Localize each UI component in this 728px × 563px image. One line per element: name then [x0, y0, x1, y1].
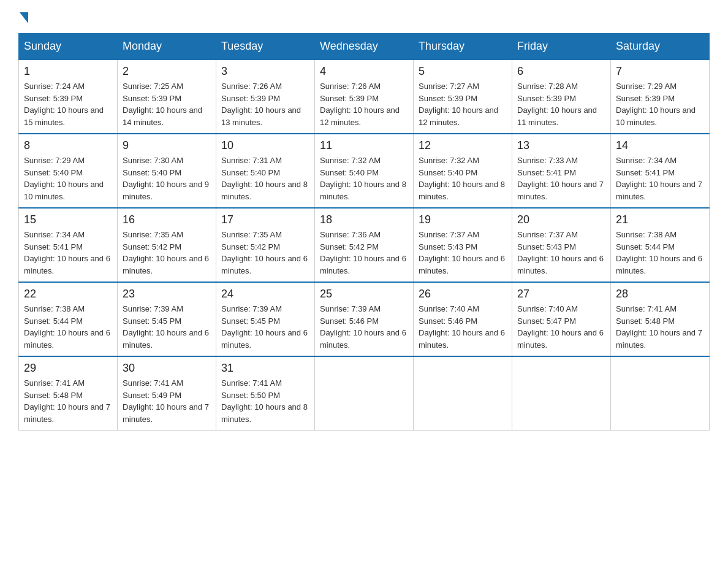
calendar-cell: 4 Sunrise: 7:26 AMSunset: 5:39 PMDayligh…: [315, 59, 414, 134]
calendar-cell: 31 Sunrise: 7:41 AMSunset: 5:50 PMDaylig…: [216, 356, 315, 431]
day-number: 28: [616, 288, 704, 301]
day-info: Sunrise: 7:35 AMSunset: 5:42 PMDaylight:…: [123, 229, 211, 277]
header-sunday: Sunday: [19, 34, 118, 60]
calendar-cell: 29 Sunrise: 7:41 AMSunset: 5:48 PMDaylig…: [19, 356, 118, 431]
calendar-cell: 16 Sunrise: 7:35 AMSunset: 5:42 PMDaylig…: [118, 208, 216, 282]
calendar-cell: 13 Sunrise: 7:33 AMSunset: 5:41 PMDaylig…: [512, 134, 611, 208]
day-number: 13: [517, 139, 605, 152]
calendar-cell: 24 Sunrise: 7:39 AMSunset: 5:45 PMDaylig…: [216, 282, 315, 356]
week-row-2: 8 Sunrise: 7:29 AMSunset: 5:40 PMDayligh…: [19, 134, 710, 208]
week-row-4: 22 Sunrise: 7:38 AMSunset: 5:44 PMDaylig…: [19, 282, 710, 356]
day-number: 2: [123, 65, 211, 78]
calendar-cell: 7 Sunrise: 7:29 AMSunset: 5:39 PMDayligh…: [611, 59, 710, 134]
day-info: Sunrise: 7:40 AMSunset: 5:47 PMDaylight:…: [517, 303, 605, 351]
day-info: Sunrise: 7:29 AMSunset: 5:39 PMDaylight:…: [616, 80, 704, 128]
day-number: 1: [24, 65, 112, 78]
day-info: Sunrise: 7:37 AMSunset: 5:43 PMDaylight:…: [517, 229, 605, 277]
day-info: Sunrise: 7:38 AMSunset: 5:44 PMDaylight:…: [24, 303, 112, 351]
day-number: 18: [320, 213, 408, 226]
calendar-cell: 6 Sunrise: 7:28 AMSunset: 5:39 PMDayligh…: [512, 59, 611, 134]
calendar-cell: 26 Sunrise: 7:40 AMSunset: 5:46 PMDaylig…: [414, 282, 512, 356]
calendar-cell: 17 Sunrise: 7:35 AMSunset: 5:42 PMDaylig…: [216, 208, 315, 282]
day-info: Sunrise: 7:32 AMSunset: 5:40 PMDaylight:…: [320, 155, 408, 202]
day-info: Sunrise: 7:32 AMSunset: 5:40 PMDaylight:…: [419, 155, 507, 202]
day-number: 12: [419, 139, 507, 152]
calendar-cell: 20 Sunrise: 7:37 AMSunset: 5:43 PMDaylig…: [512, 208, 611, 282]
calendar-cell: [512, 356, 611, 431]
day-number: 27: [517, 288, 605, 301]
header-wednesday: Wednesday: [315, 34, 414, 60]
calendar-cell: 28 Sunrise: 7:41 AMSunset: 5:48 PMDaylig…: [611, 282, 710, 356]
day-info: Sunrise: 7:26 AMSunset: 5:39 PMDaylight:…: [320, 80, 408, 128]
calendar-cell: 23 Sunrise: 7:39 AMSunset: 5:45 PMDaylig…: [118, 282, 216, 356]
calendar-cell: 12 Sunrise: 7:32 AMSunset: 5:40 PMDaylig…: [414, 134, 512, 208]
calendar-table: SundayMondayTuesdayWednesdayThursdayFrid…: [18, 33, 710, 431]
day-info: Sunrise: 7:31 AMSunset: 5:40 PMDaylight:…: [221, 155, 309, 202]
calendar-cell: 22 Sunrise: 7:38 AMSunset: 5:44 PMDaylig…: [19, 282, 118, 356]
calendar-cell: 19 Sunrise: 7:37 AMSunset: 5:43 PMDaylig…: [414, 208, 512, 282]
day-number: 3: [221, 65, 309, 78]
header-tuesday: Tuesday: [216, 34, 315, 60]
calendar-cell: [414, 356, 512, 431]
logo: [18, 12, 29, 21]
day-info: Sunrise: 7:37 AMSunset: 5:43 PMDaylight:…: [419, 229, 507, 277]
calendar-cell: 8 Sunrise: 7:29 AMSunset: 5:40 PMDayligh…: [19, 134, 118, 208]
day-number: 7: [616, 65, 704, 78]
day-info: Sunrise: 7:39 AMSunset: 5:45 PMDaylight:…: [221, 303, 309, 351]
calendar-cell: [315, 356, 414, 431]
header-saturday: Saturday: [611, 34, 710, 60]
day-number: 21: [616, 213, 704, 226]
day-number: 9: [123, 139, 211, 152]
calendar-cell: [611, 356, 710, 431]
day-number: 30: [123, 362, 211, 375]
header-friday: Friday: [512, 34, 611, 60]
day-info: Sunrise: 7:38 AMSunset: 5:44 PMDaylight:…: [616, 229, 704, 277]
calendar-cell: 21 Sunrise: 7:38 AMSunset: 5:44 PMDaylig…: [611, 208, 710, 282]
day-info: Sunrise: 7:41 AMSunset: 5:48 PMDaylight:…: [24, 377, 112, 425]
calendar-cell: 9 Sunrise: 7:30 AMSunset: 5:40 PMDayligh…: [118, 134, 216, 208]
day-number: 6: [517, 65, 605, 78]
day-number: 15: [24, 213, 112, 226]
day-number: 19: [419, 213, 507, 226]
day-info: Sunrise: 7:29 AMSunset: 5:40 PMDaylight:…: [24, 155, 112, 202]
day-number: 24: [221, 288, 309, 301]
day-number: 26: [419, 288, 507, 301]
day-number: 22: [24, 288, 112, 301]
day-number: 14: [616, 139, 704, 152]
calendar-cell: 11 Sunrise: 7:32 AMSunset: 5:40 PMDaylig…: [315, 134, 414, 208]
day-info: Sunrise: 7:40 AMSunset: 5:46 PMDaylight:…: [419, 303, 507, 351]
calendar-cell: 30 Sunrise: 7:41 AMSunset: 5:49 PMDaylig…: [118, 356, 216, 431]
day-info: Sunrise: 7:41 AMSunset: 5:49 PMDaylight:…: [123, 377, 211, 425]
day-info: Sunrise: 7:24 AMSunset: 5:39 PMDaylight:…: [24, 80, 112, 128]
day-number: 11: [320, 139, 408, 152]
day-info: Sunrise: 7:41 AMSunset: 5:50 PMDaylight:…: [221, 377, 309, 425]
calendar-cell: 2 Sunrise: 7:25 AMSunset: 5:39 PMDayligh…: [118, 59, 216, 134]
day-number: 4: [320, 65, 408, 78]
day-info: Sunrise: 7:30 AMSunset: 5:40 PMDaylight:…: [123, 155, 211, 202]
week-row-3: 15 Sunrise: 7:34 AMSunset: 5:41 PMDaylig…: [19, 208, 710, 282]
logo-triangle-icon: [20, 12, 28, 23]
day-info: Sunrise: 7:25 AMSunset: 5:39 PMDaylight:…: [123, 80, 211, 128]
day-info: Sunrise: 7:34 AMSunset: 5:41 PMDaylight:…: [616, 155, 704, 202]
day-number: 8: [24, 139, 112, 152]
calendar-cell: 18 Sunrise: 7:36 AMSunset: 5:42 PMDaylig…: [315, 208, 414, 282]
day-number: 16: [123, 213, 211, 226]
day-number: 29: [24, 362, 112, 375]
week-row-1: 1 Sunrise: 7:24 AMSunset: 5:39 PMDayligh…: [19, 59, 710, 134]
calendar-cell: 25 Sunrise: 7:39 AMSunset: 5:46 PMDaylig…: [315, 282, 414, 356]
page-header: [18, 12, 710, 21]
calendar-cell: 27 Sunrise: 7:40 AMSunset: 5:47 PMDaylig…: [512, 282, 611, 356]
day-number: 25: [320, 288, 408, 301]
day-info: Sunrise: 7:28 AMSunset: 5:39 PMDaylight:…: [517, 80, 605, 128]
day-info: Sunrise: 7:35 AMSunset: 5:42 PMDaylight:…: [221, 229, 309, 277]
day-info: Sunrise: 7:39 AMSunset: 5:45 PMDaylight:…: [123, 303, 211, 351]
header-monday: Monday: [118, 34, 216, 60]
day-info: Sunrise: 7:34 AMSunset: 5:41 PMDaylight:…: [24, 229, 112, 277]
calendar-cell: 5 Sunrise: 7:27 AMSunset: 5:39 PMDayligh…: [414, 59, 512, 134]
calendar-cell: 1 Sunrise: 7:24 AMSunset: 5:39 PMDayligh…: [19, 59, 118, 134]
header-thursday: Thursday: [414, 34, 512, 60]
day-number: 10: [221, 139, 309, 152]
day-number: 31: [221, 362, 309, 375]
day-number: 23: [123, 288, 211, 301]
day-info: Sunrise: 7:27 AMSunset: 5:39 PMDaylight:…: [419, 80, 507, 128]
